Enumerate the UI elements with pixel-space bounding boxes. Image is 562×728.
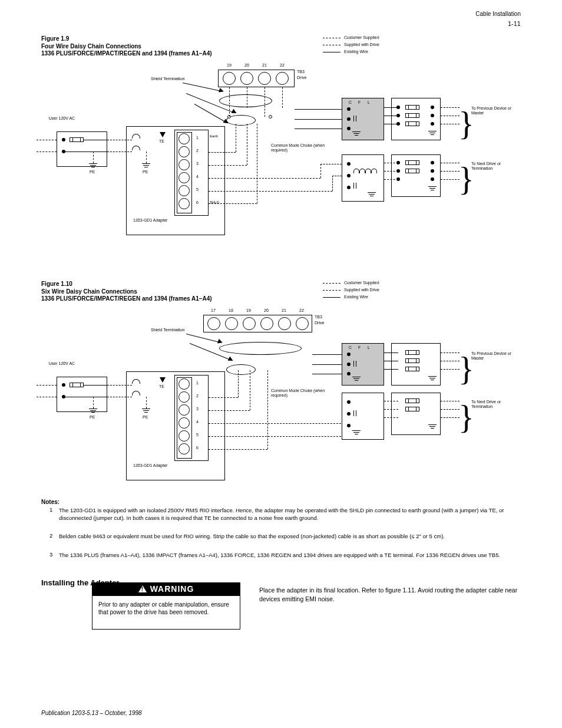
tri-f1 <box>160 132 166 137</box>
t6c6 <box>296 317 309 330</box>
frg <box>428 131 437 137</box>
t6c4 <box>260 317 273 330</box>
arrowh1-f1 <box>219 88 224 94</box>
bp2: 2 <box>196 394 199 398</box>
fg2nr <box>428 424 437 430</box>
fL1: L <box>368 100 370 105</box>
fre3 <box>431 122 434 126</box>
dn1 <box>320 164 321 178</box>
fg1 <box>352 131 361 137</box>
ac3 <box>178 159 190 170</box>
pwr-gnd-f1 <box>89 163 97 169</box>
filter-next-l-f2 <box>342 393 384 440</box>
brace2p: } <box>458 361 474 377</box>
fp2d1 <box>347 353 351 356</box>
f1l2 <box>64 151 107 152</box>
te-lbl-f1: TE <box>159 139 164 144</box>
bp3: 3 <box>196 407 199 411</box>
t6c1 <box>207 317 220 330</box>
leg2a <box>323 283 340 284</box>
fg2n <box>352 430 361 436</box>
adapter-lbl-f1: 1203-GD1 Adapter <box>133 218 192 223</box>
dn3 <box>332 176 333 191</box>
s2 <box>295 119 342 120</box>
power-box-f1 <box>57 131 107 167</box>
adapter-lbl-f2: 1203-GD1 Adapter <box>133 463 192 468</box>
ff23 <box>405 367 419 371</box>
leg2b <box>323 290 340 291</box>
t6c5 <box>278 317 291 330</box>
w-f1-b <box>247 87 247 108</box>
cmchoke-f1: Common Mode Choke (when required) <box>271 143 342 153</box>
pd1 <box>62 138 65 141</box>
s5 <box>384 116 398 116</box>
fn2d1 <box>347 400 351 404</box>
ff22 <box>405 358 419 363</box>
note3-t: The 1336 PLUS (frames A1–A4), 1336 IMPAC… <box>59 552 518 559</box>
note1-t: The 1203-GD1 is equipped with an isolate… <box>59 507 518 522</box>
fp2d3 <box>347 372 351 375</box>
shield1-f2 <box>219 342 302 355</box>
p2: 2 <box>196 149 199 153</box>
out-p1 <box>441 107 459 108</box>
f2gv <box>93 397 94 409</box>
install-text: Place the adapter in its final location.… <box>259 586 518 603</box>
pe-f2a: PE <box>90 415 95 420</box>
note1-n: 1 <box>49 507 52 513</box>
te-f2: TE <box>159 384 164 389</box>
warning-box: Prior to any adapter or cable manipulati… <box>92 595 240 630</box>
legend-line-customer <box>323 38 340 38</box>
pe-lbl-f1a: PE <box>90 170 95 174</box>
ac6 <box>178 198 190 209</box>
fF2: F <box>358 345 361 350</box>
note3-n: 3 <box>49 552 52 558</box>
fn2d3 <box>347 424 351 427</box>
fn1 <box>405 160 419 165</box>
arrow1-f1 <box>183 83 222 91</box>
out-n1 <box>441 163 459 163</box>
o2n3 <box>441 417 459 418</box>
w-f1-1 <box>209 152 236 153</box>
user-power-f1: User 120V AC <box>41 116 82 121</box>
s26 <box>384 369 398 370</box>
w2v1 <box>238 370 239 397</box>
fn2 <box>405 169 419 173</box>
t6-18: 18 <box>229 308 233 313</box>
w-f1-2 <box>236 124 236 152</box>
fpd1 <box>347 107 351 111</box>
s1 <box>295 109 342 110</box>
o2n2 <box>441 409 459 410</box>
filter-next-left-f1 <box>342 154 384 202</box>
page-header: Cable Installation <box>475 11 521 18</box>
s24 <box>384 353 398 353</box>
w-f1-d <box>282 87 283 108</box>
fne2 <box>431 169 434 173</box>
w-f1-6 <box>209 191 332 192</box>
legend-customer: Customer Supplied <box>344 35 379 40</box>
shield2-f2 <box>226 364 256 375</box>
bc4 <box>178 417 190 429</box>
cmchoke-f2: Common Mode Choke (when required) <box>271 388 342 398</box>
ar2-1 <box>186 334 220 342</box>
fg2pr <box>428 376 437 382</box>
p4: 4 <box>196 174 199 179</box>
fC1: C <box>349 100 352 105</box>
w-f1-a <box>229 87 230 117</box>
pin2-f2 <box>37 397 57 397</box>
arrowh2-f1 <box>232 109 238 116</box>
fuse-f1 <box>70 137 84 142</box>
out-n2 <box>441 171 459 172</box>
gnd-f2b <box>142 409 150 414</box>
ff1 <box>405 105 419 110</box>
t6-20: 20 <box>264 308 269 313</box>
term-o2 <box>269 115 272 118</box>
fre1 <box>431 106 434 109</box>
w-f1-c <box>265 87 265 117</box>
legend-existing: Existing Wire <box>344 50 368 54</box>
fg2p <box>352 377 361 383</box>
bp4: 4 <box>196 420 199 424</box>
s4 <box>384 107 398 108</box>
pin1-f2 <box>37 385 57 386</box>
t6-17: 17 <box>211 308 216 313</box>
bc2 <box>178 391 190 403</box>
